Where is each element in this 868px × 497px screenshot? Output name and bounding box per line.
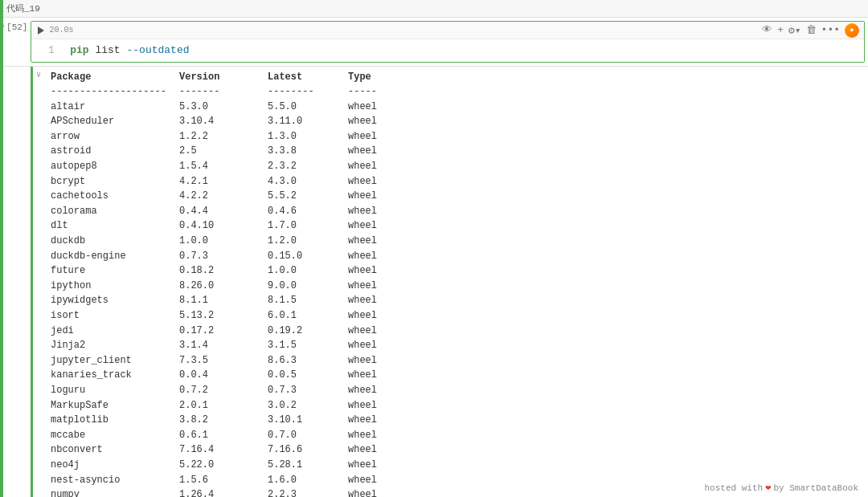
- cell-latest: 1.3.0: [268, 129, 348, 145]
- cell-number-area: ∨ [52]: [0, 18, 31, 66]
- cell-version: 4.2.2: [179, 189, 268, 204]
- cell-toolbar-left: 20.0s: [36, 26, 73, 35]
- add-icon[interactable]: +: [777, 24, 784, 36]
- cell-package: nbconvert: [51, 442, 179, 458]
- cell-latest: 2.2.3: [268, 487, 348, 497]
- cell-package: mccabe: [51, 428, 179, 443]
- footer: hosted with ❤ by SmartDataBook: [695, 479, 868, 497]
- cell-package: MarkupSafe: [51, 398, 179, 413]
- output-collapse-button[interactable]: ∨: [33, 67, 44, 498]
- table-row: astroid 2.5 3.3.8 wheel: [51, 144, 862, 159]
- footer-text: hosted with: [705, 483, 764, 493]
- footer-suffix: by SmartDataBook: [773, 483, 858, 493]
- cell-package: neo4j: [51, 458, 179, 473]
- cell-number-inner: ∨ [52]: [0, 22, 27, 32]
- cell-package: arrow: [51, 129, 179, 145]
- cell-package: ipython: [51, 279, 179, 294]
- cell-latest: 5.5.2: [268, 189, 348, 204]
- output-header-row: Package Version Latest Type: [51, 70, 862, 85]
- more-icon[interactable]: •••: [821, 24, 840, 36]
- cell-type: wheel: [348, 383, 396, 398]
- cell-latest: 9.0.0: [268, 279, 348, 294]
- table-row: colorama 0.4.4 0.4.6 wheel: [51, 204, 862, 219]
- cell-latest: 1.0.0: [268, 263, 348, 279]
- cell-version: 3.8.2: [179, 413, 268, 428]
- cell-package: bcrypt: [51, 174, 179, 189]
- cell-input[interactable]: 1 pip list --outdated: [31, 39, 864, 62]
- cell-version: 0.7.3: [179, 249, 268, 264]
- cell-package: Jinja2: [51, 338, 179, 353]
- cell-type: wheel: [348, 279, 396, 294]
- cell-version: 1.2.2: [179, 129, 268, 145]
- cell-package: nest-asyncio: [51, 473, 179, 488]
- cell-type: wheel: [348, 293, 396, 308]
- cell-package: matplotlib: [51, 413, 179, 428]
- cell-wrapper: ∨ [52] 20.0s 👁 + ⚙▾ 🗑 ••• ● 1: [0, 18, 868, 67]
- cmd-flag: --outdated: [126, 44, 189, 56]
- cell-package: isort: [51, 308, 179, 324]
- cell-version: 7.16.4: [179, 442, 268, 458]
- cell-latest: 0.0.5: [268, 368, 348, 383]
- table-row: ipython 8.26.0 9.0.0 wheel: [51, 279, 862, 294]
- cell-latest: 0.15.0: [268, 249, 348, 264]
- cell-version: 0.4.4: [179, 204, 268, 219]
- cell-type: wheel: [348, 442, 396, 458]
- cell-version: 5.13.2: [179, 308, 268, 324]
- cell-latest: 7.16.6: [268, 442, 348, 458]
- cell-latest: 1.2.0: [268, 234, 348, 249]
- cell-latest: 0.7.3: [268, 383, 348, 398]
- cell-type: wheel: [348, 413, 396, 428]
- output-rows: altair 5.3.0 5.5.0 wheel APScheduler 3.1…: [51, 100, 862, 497]
- cell-latest: 2.3.2: [268, 159, 348, 174]
- cell-version: 2.5: [179, 144, 268, 159]
- cell-latest: 6.0.1: [268, 308, 348, 324]
- cell-type: wheel: [348, 353, 396, 369]
- cell-version: 1.5.4: [179, 159, 268, 174]
- table-row: dlt 0.4.10 1.7.0 wheel: [51, 218, 862, 234]
- cell-type: wheel: [348, 263, 396, 279]
- cell-package: numpy: [51, 487, 179, 497]
- settings-dropdown-icon[interactable]: ⚙▾: [788, 24, 801, 37]
- cell-package: astroid: [51, 144, 179, 159]
- table-row: cachetools 4.2.2 5.5.2 wheel: [51, 189, 862, 204]
- cell-version: 8.26.0: [179, 279, 268, 294]
- cell-version: 0.0.4: [179, 368, 268, 383]
- cell-type: wheel: [348, 114, 396, 129]
- cell-latest: 1.6.0: [268, 473, 348, 488]
- table-row: duckdb-engine 0.7.3 0.15.0 wheel: [51, 249, 862, 264]
- cell-package: jedi: [51, 324, 179, 339]
- table-row: ipywidgets 8.1.1 8.1.5 wheel: [51, 293, 862, 308]
- run-button[interactable]: [36, 26, 46, 35]
- table-row: duckdb 1.0.0 1.2.0 wheel: [51, 234, 862, 249]
- cell-package: colorama: [51, 204, 179, 219]
- cell-package: cachetools: [51, 189, 179, 204]
- tab-title: 代码_19: [6, 2, 40, 14]
- cell-execution-number: [52]: [6, 22, 27, 32]
- cell-package: duckdb: [51, 234, 179, 249]
- cell-toolbar-right: 👁 + ⚙▾ 🗑 ••• ●: [762, 23, 859, 38]
- table-row: nbconvert 7.16.4 7.16.6 wheel: [51, 442, 862, 458]
- cell-package: jupyter_client: [51, 353, 179, 369]
- cell-package: kanaries_track: [51, 368, 179, 383]
- delete-icon[interactable]: 🗑: [806, 24, 817, 36]
- cell-type: wheel: [348, 324, 396, 339]
- output-area: ∨ Package Version Latest Type ----------…: [31, 67, 868, 498]
- divider-latest: --------: [268, 84, 348, 100]
- cell-latest: 5.28.1: [268, 458, 348, 473]
- cell-type: wheel: [348, 189, 396, 204]
- cell-type: wheel: [348, 368, 396, 383]
- cell-package: dlt: [51, 218, 179, 234]
- left-accent: [0, 0, 3, 497]
- cell-type: wheel: [348, 234, 396, 249]
- cell-type: wheel: [348, 100, 396, 115]
- cell-version: 3.10.4: [179, 114, 268, 129]
- cell-version: 1.26.4: [179, 487, 268, 497]
- table-row: APScheduler 3.10.4 3.11.0 wheel: [51, 114, 862, 129]
- eye-icon[interactable]: 👁: [762, 24, 772, 36]
- top-bar: 代码_19: [0, 0, 868, 18]
- cell-latest: 1.7.0: [268, 218, 348, 234]
- cell-package: altair: [51, 100, 179, 115]
- cell-type: wheel: [348, 487, 396, 497]
- cell-type: wheel: [348, 159, 396, 174]
- table-row: arrow 1.2.2 1.3.0 wheel: [51, 129, 862, 145]
